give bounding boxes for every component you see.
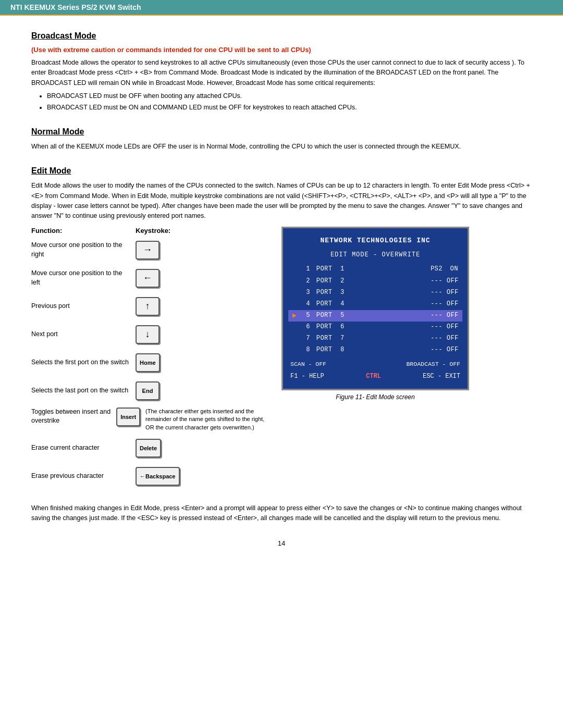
kvm-help-f1: F1 - HELP — [290, 372, 324, 381]
keystroke-prev-port: ↑ — [136, 297, 160, 316]
screen-container: NETWORK TECHNOLOGIES INC EDIT MODE - OVE… — [282, 227, 469, 401]
function-table: Function: Keystroke: Move cursor one pos… — [31, 227, 266, 493]
normal-body: When all of the KEEMUX mode LEDs are OFF… — [31, 142, 532, 152]
kvm-arrow-4 — [292, 299, 300, 310]
edit-body: Edit Mode allows the user to modify the … — [31, 181, 532, 221]
kvm-port-row-2: 2 PORT 2 --- OFF — [288, 276, 462, 287]
kvm-help-row: F1 - HELP CTRL ESC - EXIT — [288, 372, 462, 381]
page-content: Broadcast Mode (Use with extreme caution… — [0, 16, 563, 568]
broadcast-title: Broadcast Mode — [31, 31, 532, 41]
keystroke-next-port: ↓ — [136, 325, 160, 344]
keystroke-end: End — [136, 381, 160, 400]
function-desc-prev-port: Previous port — [31, 302, 136, 311]
edit-mode-layout: Function: Keystroke: Move cursor one pos… — [31, 227, 532, 493]
kvm-port-row-6: 6 PORT 6 --- OFF — [288, 322, 462, 333]
function-row-prev-port: Previous port ↑ — [31, 295, 266, 318]
kvm-port-row-7: 7 PORT 7 --- OFF — [288, 333, 462, 344]
function-desc-move-right: Move cursor one position to the right — [31, 241, 136, 259]
kvm-port-row-8: 8 PORT 8 --- OFF — [288, 344, 462, 356]
function-desc-delete: Erase current character — [31, 443, 136, 453]
kvm-arrow-8 — [292, 345, 300, 355]
kvm-port-row-1: 1 PORT 1 PS2 ON — [288, 264, 462, 275]
broadcast-section: Broadcast Mode (Use with extreme caution… — [31, 31, 532, 113]
function-desc-backspace: Erase previous character — [31, 472, 136, 481]
kvm-port-row-5: ▶ 5 PORT 5 --- OFF — [288, 310, 462, 322]
function-desc-move-left: Move cursor one position to the left — [31, 269, 136, 287]
keystroke-home: Home — [136, 353, 160, 372]
kvm-arrow-1 — [292, 264, 300, 275]
kvm-screen: NETWORK TECHNOLOGIES INC EDIT MODE - OVE… — [282, 227, 469, 390]
bullet-item: BROADCAST LED must be OFF when booting a… — [47, 91, 532, 101]
keystroke-insert: Insert — [116, 408, 140, 426]
bullet-item: BROADCAST LED must be ON and COMMAND LED… — [47, 103, 532, 113]
kvm-arrow-6 — [292, 322, 300, 332]
header-title: NTI KEEMUX Series PS/2 KVM Switch — [10, 3, 141, 11]
edit-title: Edit Mode — [31, 166, 532, 176]
function-row-move-left: Move cursor one position to the left ← — [31, 267, 266, 290]
broadcast-body: Broadcast Mode allows the operator to se… — [31, 58, 532, 88]
kvm-ctrl: CTRL — [366, 372, 381, 381]
function-header: Function: Keystroke: — [31, 227, 266, 235]
kvm-port-row-4: 4 PORT 4 --- OFF — [288, 299, 462, 310]
kvm-scan: SCAN - OFF — [290, 360, 326, 369]
function-desc-last-port: Selects the last port on the switch — [31, 386, 136, 396]
broadcast-caution: (Use with extreme caution or commands in… — [31, 46, 532, 54]
keystroke-delete: Delete — [136, 439, 161, 458]
keystroke-backspace: ←Backspace — [136, 467, 180, 486]
kvm-arrow-7 — [292, 334, 300, 344]
function-row-first-port: Selects the first port on the switch Hom… — [31, 351, 266, 374]
edit-closing-text: When finished making changes in Edit Mod… — [31, 503, 532, 524]
kvm-broadcast: BROADCAST - OFF — [406, 360, 460, 369]
kvm-esc: ESC - EXIT — [423, 372, 460, 381]
insert-note: (The character either gets inserted and … — [145, 408, 266, 431]
function-row-next-port: Next port ↓ — [31, 323, 266, 346]
keystroke-move-left: ← — [136, 269, 160, 288]
normal-title: Normal Mode — [31, 127, 532, 137]
header-bar: NTI KEEMUX Series PS/2 KVM Switch — [0, 0, 563, 16]
edit-section: Edit Mode Edit Mode allows the user to m… — [31, 166, 532, 523]
function-row-last-port: Selects the last port on the switch End — [31, 379, 266, 402]
insert-key-area: Insert (The character either gets insert… — [116, 408, 266, 431]
kvm-arrow-5: ▶ — [292, 311, 300, 321]
function-col-label: Function: — [31, 227, 136, 235]
function-desc-next-port: Next port — [31, 330, 136, 339]
kvm-subtitle: EDIT MODE - OVERWRITE — [288, 250, 462, 260]
kvm-bottom-row: SCAN - OFF BROADCAST - OFF — [288, 360, 462, 369]
broadcast-bullets: BROADCAST LED must be OFF when booting a… — [47, 91, 532, 113]
normal-section: Normal Mode When all of the KEEMUX mode … — [31, 127, 532, 152]
function-row-move-right: Move cursor one position to the right → — [31, 239, 266, 262]
kvm-port-row-3: 3 PORT 3 --- OFF — [288, 287, 462, 299]
kvm-arrow-2 — [292, 276, 300, 287]
keystroke-col-label: Keystroke: — [136, 227, 170, 235]
kvm-title: NETWORK TECHNOLOGIES INC — [288, 236, 462, 246]
function-row-delete: Erase current character Delete — [31, 437, 266, 460]
function-row-backspace: Erase previous character ←Backspace — [31, 465, 266, 488]
page-number: 14 — [31, 539, 532, 547]
function-desc-insert: Toggles between insert and overstrike — [31, 408, 116, 426]
keystroke-move-right: → — [136, 241, 160, 260]
figure-caption: Figure 11- Edit Mode screen — [282, 393, 469, 401]
kvm-arrow-3 — [292, 288, 300, 298]
function-desc-first-port: Selects the first port on the switch — [31, 358, 136, 367]
function-row-insert: Toggles between insert and overstrike In… — [31, 408, 266, 431]
